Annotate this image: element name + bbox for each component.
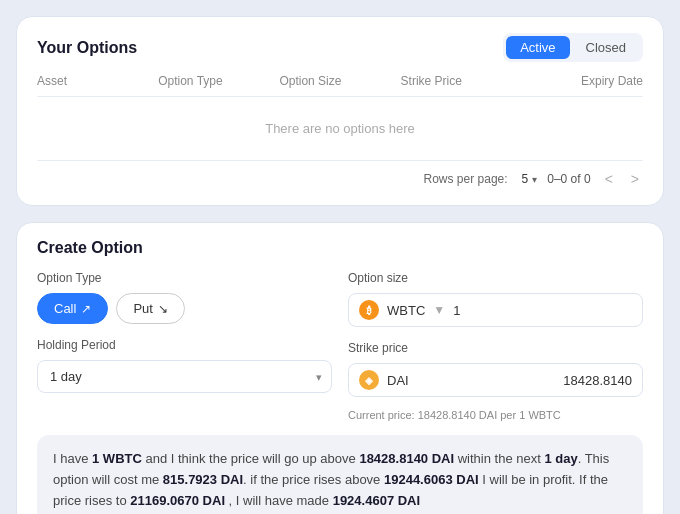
rows-dropdown-arrow: ▾ <box>532 174 537 185</box>
pagination-row: Rows per page: 5 ▾ 0–0 of 0 < > <box>37 160 643 189</box>
your-options-card: Your Options Active Closed Asset Option … <box>16 16 664 206</box>
holding-period-group: Holding Period 1 day 3 days 7 days 14 da… <box>37 338 332 393</box>
form-grid: Option Type Call ↗ Put ↘ Holding Period <box>37 271 643 421</box>
option-size-input[interactable] <box>453 303 632 318</box>
put-button[interactable]: Put ↘ <box>116 293 185 324</box>
put-label: Put <box>133 301 153 316</box>
call-label: Call <box>54 301 76 316</box>
strike-price-input[interactable] <box>417 373 632 388</box>
call-arrow-icon: ↗ <box>81 302 91 316</box>
col-expiry-date: Expiry Date <box>522 74 643 88</box>
summary-target-price: 18428.8140 DAI <box>359 451 454 466</box>
option-size-input-wrapper: ₿ WBTC ▼ <box>348 293 643 327</box>
option-type-label: Option Type <box>37 271 332 285</box>
summary-period: 1 day <box>544 451 577 466</box>
summary-high-price: 21169.0670 DAI <box>130 493 225 508</box>
summary-profit-price: 19244.6063 DAI <box>384 472 479 487</box>
holding-period-label: Holding Period <box>37 338 332 352</box>
rows-value: 5 <box>522 172 529 186</box>
empty-message: There are no options here <box>37 105 643 152</box>
create-option-title: Create Option <box>37 239 643 257</box>
summary-text: I have 1 WBTC and I think the price will… <box>53 451 609 508</box>
option-size-group: Option size ₿ WBTC ▼ <box>348 271 643 327</box>
col-option-type: Option Type <box>158 74 279 88</box>
call-button[interactable]: Call ↗ <box>37 293 108 324</box>
wbtc-label: WBTC <box>387 303 425 318</box>
option-size-label: Option size <box>348 271 643 285</box>
rows-per-page-label: Rows per page: <box>424 172 508 186</box>
wbtc-coin-icon: ₿ <box>359 300 379 320</box>
create-option-card: Create Option Option Type Call ↗ Put ↘ <box>16 222 664 514</box>
right-column: Option size ₿ WBTC ▼ Strike price ◈ DAI … <box>348 271 643 421</box>
summary-wbtc-amount: 1 WBTC <box>92 451 142 466</box>
table-header: Asset Option Type Option Size Strike Pri… <box>37 74 643 97</box>
next-page-btn[interactable]: > <box>627 169 643 189</box>
prev-page-btn[interactable]: < <box>601 169 617 189</box>
closed-toggle-btn[interactable]: Closed <box>572 36 640 59</box>
dai-label: DAI <box>387 373 409 388</box>
strike-price-group: Strike price ◈ DAI Current price: 18428.… <box>348 341 643 421</box>
size-separator: ▼ <box>433 303 445 317</box>
holding-period-select[interactable]: 1 day 3 days 7 days 14 days <box>37 360 332 393</box>
option-type-buttons: Call ↗ Put ↘ <box>37 293 332 324</box>
summary-cost: 815.7923 DAI <box>163 472 243 487</box>
summary-box: I have 1 WBTC and I think the price will… <box>37 435 643 514</box>
put-arrow-icon: ↘ <box>158 302 168 316</box>
strike-price-input-wrapper: ◈ DAI <box>348 363 643 397</box>
page-range: 0–0 of 0 <box>547 172 590 186</box>
rows-select[interactable]: 5 ▾ <box>522 172 538 186</box>
col-strike-price: Strike Price <box>401 74 522 88</box>
left-column: Option Type Call ↗ Put ↘ Holding Period <box>37 271 332 421</box>
summary-profit-amount: 1924.4607 DAI <box>333 493 420 508</box>
dai-coin-icon: ◈ <box>359 370 379 390</box>
col-option-size: Option Size <box>279 74 400 88</box>
current-price-text: Current price: 18428.8140 DAI per 1 WBTC <box>348 409 643 421</box>
strike-price-label: Strike price <box>348 341 643 355</box>
option-type-group: Option Type Call ↗ Put ↘ <box>37 271 332 324</box>
col-asset: Asset <box>37 74 158 88</box>
active-closed-toggle: Active Closed <box>503 33 643 62</box>
holding-period-select-wrapper: 1 day 3 days 7 days 14 days ▾ <box>37 360 332 393</box>
active-toggle-btn[interactable]: Active <box>506 36 569 59</box>
options-title: Your Options <box>37 39 137 57</box>
options-header: Your Options Active Closed <box>37 33 643 62</box>
